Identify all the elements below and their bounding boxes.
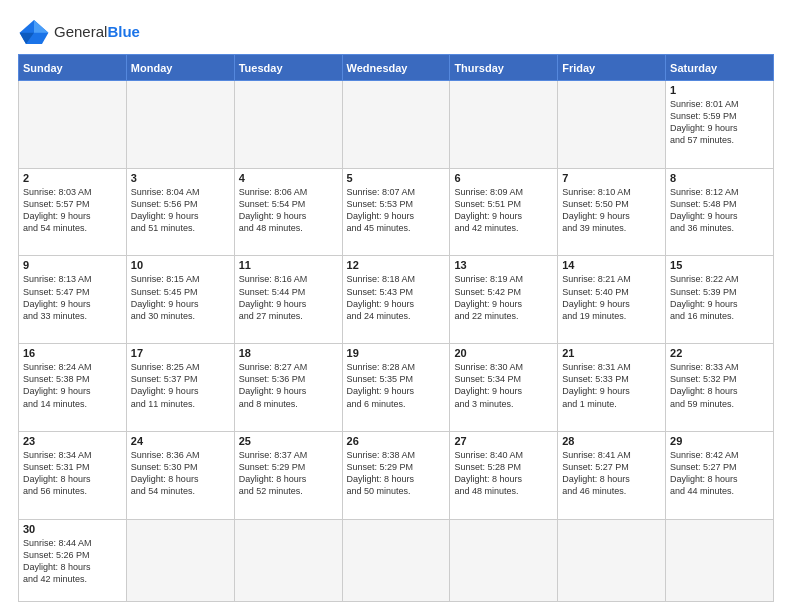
day-info: Sunrise: 8:38 AM Sunset: 5:29 PM Dayligh… xyxy=(347,449,446,498)
table-row: 18Sunrise: 8:27 AM Sunset: 5:36 PM Dayli… xyxy=(234,344,342,432)
day-number: 29 xyxy=(670,435,769,447)
day-number: 7 xyxy=(562,172,661,184)
calendar-row: 9Sunrise: 8:13 AM Sunset: 5:47 PM Daylig… xyxy=(19,256,774,344)
day-info: Sunrise: 8:18 AM Sunset: 5:43 PM Dayligh… xyxy=(347,273,446,322)
day-info: Sunrise: 8:22 AM Sunset: 5:39 PM Dayligh… xyxy=(670,273,769,322)
day-info: Sunrise: 8:34 AM Sunset: 5:31 PM Dayligh… xyxy=(23,449,122,498)
table-row xyxy=(450,81,558,169)
table-row: 16Sunrise: 8:24 AM Sunset: 5:38 PM Dayli… xyxy=(19,344,127,432)
day-number: 18 xyxy=(239,347,338,359)
day-info: Sunrise: 8:04 AM Sunset: 5:56 PM Dayligh… xyxy=(131,186,230,235)
table-row: 29Sunrise: 8:42 AM Sunset: 5:27 PM Dayli… xyxy=(666,431,774,519)
day-info: Sunrise: 8:15 AM Sunset: 5:45 PM Dayligh… xyxy=(131,273,230,322)
day-number: 8 xyxy=(670,172,769,184)
day-info: Sunrise: 8:19 AM Sunset: 5:42 PM Dayligh… xyxy=(454,273,553,322)
day-number: 12 xyxy=(347,259,446,271)
day-info: Sunrise: 8:07 AM Sunset: 5:53 PM Dayligh… xyxy=(347,186,446,235)
table-row: 13Sunrise: 8:19 AM Sunset: 5:42 PM Dayli… xyxy=(450,256,558,344)
logo-text: GeneralBlue xyxy=(54,23,140,41)
day-info: Sunrise: 8:44 AM Sunset: 5:26 PM Dayligh… xyxy=(23,537,122,586)
day-info: Sunrise: 8:28 AM Sunset: 5:35 PM Dayligh… xyxy=(347,361,446,410)
table-row xyxy=(234,519,342,601)
day-info: Sunrise: 8:40 AM Sunset: 5:28 PM Dayligh… xyxy=(454,449,553,498)
table-row: 9Sunrise: 8:13 AM Sunset: 5:47 PM Daylig… xyxy=(19,256,127,344)
table-row xyxy=(666,519,774,601)
calendar-row: 2Sunrise: 8:03 AM Sunset: 5:57 PM Daylig… xyxy=(19,168,774,256)
table-row: 4Sunrise: 8:06 AM Sunset: 5:54 PM Daylig… xyxy=(234,168,342,256)
day-info: Sunrise: 8:12 AM Sunset: 5:48 PM Dayligh… xyxy=(670,186,769,235)
table-row xyxy=(342,81,450,169)
day-number: 17 xyxy=(131,347,230,359)
day-number: 11 xyxy=(239,259,338,271)
day-number: 10 xyxy=(131,259,230,271)
svg-marker-1 xyxy=(34,20,48,33)
table-row xyxy=(234,81,342,169)
day-info: Sunrise: 8:01 AM Sunset: 5:59 PM Dayligh… xyxy=(670,98,769,147)
table-row: 26Sunrise: 8:38 AM Sunset: 5:29 PM Dayli… xyxy=(342,431,450,519)
table-row: 22Sunrise: 8:33 AM Sunset: 5:32 PM Dayli… xyxy=(666,344,774,432)
day-number: 9 xyxy=(23,259,122,271)
day-info: Sunrise: 8:06 AM Sunset: 5:54 PM Dayligh… xyxy=(239,186,338,235)
table-row: 24Sunrise: 8:36 AM Sunset: 5:30 PM Dayli… xyxy=(126,431,234,519)
day-info: Sunrise: 8:10 AM Sunset: 5:50 PM Dayligh… xyxy=(562,186,661,235)
calendar-row: 30Sunrise: 8:44 AM Sunset: 5:26 PM Dayli… xyxy=(19,519,774,601)
day-info: Sunrise: 8:31 AM Sunset: 5:33 PM Dayligh… xyxy=(562,361,661,410)
day-number: 2 xyxy=(23,172,122,184)
day-number: 20 xyxy=(454,347,553,359)
day-info: Sunrise: 8:36 AM Sunset: 5:30 PM Dayligh… xyxy=(131,449,230,498)
day-number: 23 xyxy=(23,435,122,447)
day-info: Sunrise: 8:41 AM Sunset: 5:27 PM Dayligh… xyxy=(562,449,661,498)
table-row: 12Sunrise: 8:18 AM Sunset: 5:43 PM Dayli… xyxy=(342,256,450,344)
day-number: 22 xyxy=(670,347,769,359)
day-info: Sunrise: 8:09 AM Sunset: 5:51 PM Dayligh… xyxy=(454,186,553,235)
table-row: 8Sunrise: 8:12 AM Sunset: 5:48 PM Daylig… xyxy=(666,168,774,256)
table-row: 17Sunrise: 8:25 AM Sunset: 5:37 PM Dayli… xyxy=(126,344,234,432)
weekday-header-row: Sunday Monday Tuesday Wednesday Thursday… xyxy=(19,55,774,81)
header-monday: Monday xyxy=(126,55,234,81)
day-number: 28 xyxy=(562,435,661,447)
header: GeneralBlue xyxy=(18,18,774,46)
day-info: Sunrise: 8:42 AM Sunset: 5:27 PM Dayligh… xyxy=(670,449,769,498)
table-row: 1Sunrise: 8:01 AM Sunset: 5:59 PM Daylig… xyxy=(666,81,774,169)
day-info: Sunrise: 8:27 AM Sunset: 5:36 PM Dayligh… xyxy=(239,361,338,410)
day-number: 21 xyxy=(562,347,661,359)
day-number: 14 xyxy=(562,259,661,271)
day-info: Sunrise: 8:25 AM Sunset: 5:37 PM Dayligh… xyxy=(131,361,230,410)
table-row: 19Sunrise: 8:28 AM Sunset: 5:35 PM Dayli… xyxy=(342,344,450,432)
calendar-row: 16Sunrise: 8:24 AM Sunset: 5:38 PM Dayli… xyxy=(19,344,774,432)
table-row: 6Sunrise: 8:09 AM Sunset: 5:51 PM Daylig… xyxy=(450,168,558,256)
table-row: 11Sunrise: 8:16 AM Sunset: 5:44 PM Dayli… xyxy=(234,256,342,344)
table-row: 21Sunrise: 8:31 AM Sunset: 5:33 PM Dayli… xyxy=(558,344,666,432)
header-friday: Friday xyxy=(558,55,666,81)
table-row: 10Sunrise: 8:15 AM Sunset: 5:45 PM Dayli… xyxy=(126,256,234,344)
day-number: 1 xyxy=(670,84,769,96)
calendar-row: 1Sunrise: 8:01 AM Sunset: 5:59 PM Daylig… xyxy=(19,81,774,169)
day-info: Sunrise: 8:21 AM Sunset: 5:40 PM Dayligh… xyxy=(562,273,661,322)
table-row xyxy=(558,519,666,601)
table-row: 23Sunrise: 8:34 AM Sunset: 5:31 PM Dayli… xyxy=(19,431,127,519)
day-number: 19 xyxy=(347,347,446,359)
day-info: Sunrise: 8:13 AM Sunset: 5:47 PM Dayligh… xyxy=(23,273,122,322)
table-row: 25Sunrise: 8:37 AM Sunset: 5:29 PM Dayli… xyxy=(234,431,342,519)
table-row xyxy=(342,519,450,601)
table-row xyxy=(558,81,666,169)
day-info: Sunrise: 8:30 AM Sunset: 5:34 PM Dayligh… xyxy=(454,361,553,410)
day-number: 25 xyxy=(239,435,338,447)
logo-icon xyxy=(18,18,50,46)
day-number: 6 xyxy=(454,172,553,184)
day-number: 15 xyxy=(670,259,769,271)
table-row: 20Sunrise: 8:30 AM Sunset: 5:34 PM Dayli… xyxy=(450,344,558,432)
day-number: 27 xyxy=(454,435,553,447)
header-saturday: Saturday xyxy=(666,55,774,81)
day-number: 4 xyxy=(239,172,338,184)
header-tuesday: Tuesday xyxy=(234,55,342,81)
header-wednesday: Wednesday xyxy=(342,55,450,81)
table-row xyxy=(126,81,234,169)
table-row xyxy=(450,519,558,601)
day-number: 26 xyxy=(347,435,446,447)
day-number: 3 xyxy=(131,172,230,184)
day-number: 13 xyxy=(454,259,553,271)
table-row: 15Sunrise: 8:22 AM Sunset: 5:39 PM Dayli… xyxy=(666,256,774,344)
table-row: 14Sunrise: 8:21 AM Sunset: 5:40 PM Dayli… xyxy=(558,256,666,344)
calendar-row: 23Sunrise: 8:34 AM Sunset: 5:31 PM Dayli… xyxy=(19,431,774,519)
